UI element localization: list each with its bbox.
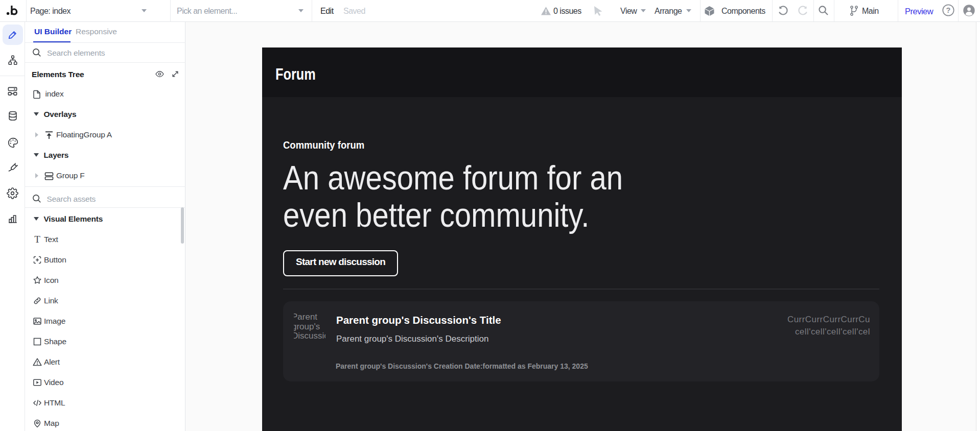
svg-text:?: ? <box>946 6 951 14</box>
svg-text:T: T <box>34 235 40 244</box>
